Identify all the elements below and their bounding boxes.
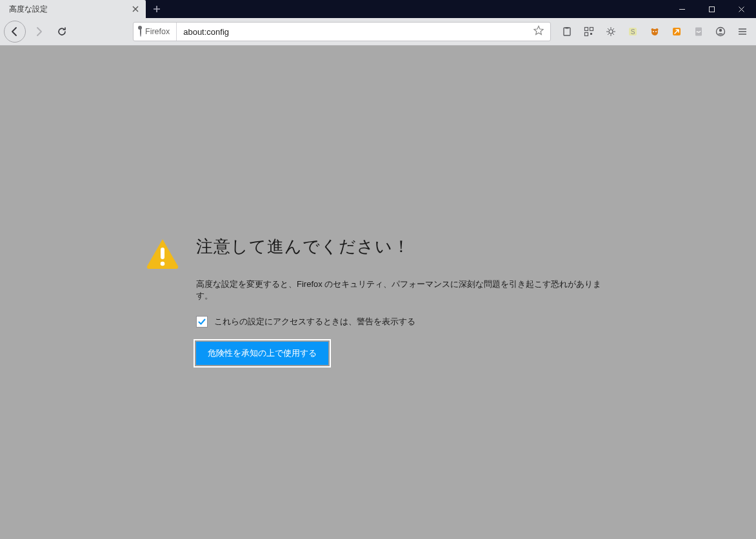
forward-button — [28, 21, 49, 42]
svg-point-11 — [652, 28, 654, 31]
warning-title: 注意して進んでください！ — [196, 235, 610, 258]
warning-description: 高度な設定を変更すると、Firefox のセキュリティ、パフォーマンスに深刻な問… — [196, 279, 610, 302]
tab-title: 高度な設定 — [9, 4, 130, 15]
account-icon[interactable] — [711, 22, 730, 41]
checkbox[interactable] — [196, 316, 208, 328]
titlebar-drag-area[interactable] — [168, 0, 667, 18]
identity-label: Firefox — [145, 27, 170, 36]
svg-point-13 — [653, 31, 654, 32]
warning-body: 注意して進んでください！ 高度な設定を変更すると、Firefox のセキュリティ… — [196, 235, 610, 365]
svg-text:S: S — [631, 28, 635, 35]
qr-icon[interactable] — [579, 22, 599, 41]
s-badge-icon[interactable]: S — [623, 22, 642, 41]
url-input[interactable] — [177, 27, 527, 37]
close-tab-icon[interactable] — [130, 4, 141, 14]
svg-point-7 — [609, 30, 613, 34]
bookmark-star-icon[interactable] — [527, 25, 550, 38]
svg-point-14 — [655, 31, 657, 32]
svg-rect-19 — [161, 248, 164, 259]
svg-point-12 — [656, 28, 659, 31]
svg-rect-6 — [590, 33, 592, 35]
extension-icon[interactable] — [667, 22, 686, 41]
page-content: 注意して進んでください！ 高度な設定を変更すると、Firefox のセキュリティ… — [0, 46, 756, 539]
new-tab-area — [146, 0, 168, 18]
svg-point-20 — [161, 262, 165, 266]
svg-rect-0 — [709, 6, 714, 12]
svg-rect-16 — [695, 28, 702, 36]
pdf-icon[interactable] — [689, 22, 708, 41]
titlebar: 高度な設定 — [0, 0, 756, 18]
svg-rect-4 — [590, 28, 593, 31]
firefox-icon — [140, 27, 141, 36]
browser-tab[interactable]: 高度な設定 — [0, 0, 146, 18]
accept-risk-button[interactable]: 危険性を承知の上で使用する — [196, 342, 328, 365]
back-button[interactable] — [4, 21, 26, 43]
warning-triangle-icon — [146, 235, 179, 271]
warning-container: 注意して進んでください！ 高度な設定を変更すると、Firefox のセキュリティ… — [146, 235, 610, 365]
url-bar[interactable]: Firefox — [133, 22, 551, 41]
spider-icon[interactable] — [601, 22, 621, 41]
close-window-button[interactable] — [726, 0, 756, 18]
svg-rect-3 — [585, 28, 588, 31]
svg-rect-2 — [566, 27, 569, 29]
reload-button[interactable] — [52, 21, 72, 42]
menu-button[interactable] — [733, 22, 752, 41]
svg-rect-5 — [585, 33, 588, 36]
new-tab-button[interactable] — [153, 3, 161, 16]
maximize-button[interactable] — [697, 0, 726, 18]
window-controls — [667, 0, 756, 18]
clipboard-icon[interactable] — [557, 22, 577, 41]
navigation-toolbar: Firefox S — [0, 18, 756, 46]
show-warning-checkbox-row[interactable]: これらの設定にアクセスするときは、警告を表示する — [196, 316, 610, 328]
svg-rect-1 — [564, 28, 570, 35]
identity-box[interactable]: Firefox — [134, 23, 177, 41]
checkbox-label: これらの設定にアクセスするときは、警告を表示する — [214, 316, 415, 328]
minimize-button[interactable] — [667, 0, 697, 18]
monkey-icon[interactable] — [645, 22, 664, 41]
svg-point-18 — [719, 29, 722, 32]
